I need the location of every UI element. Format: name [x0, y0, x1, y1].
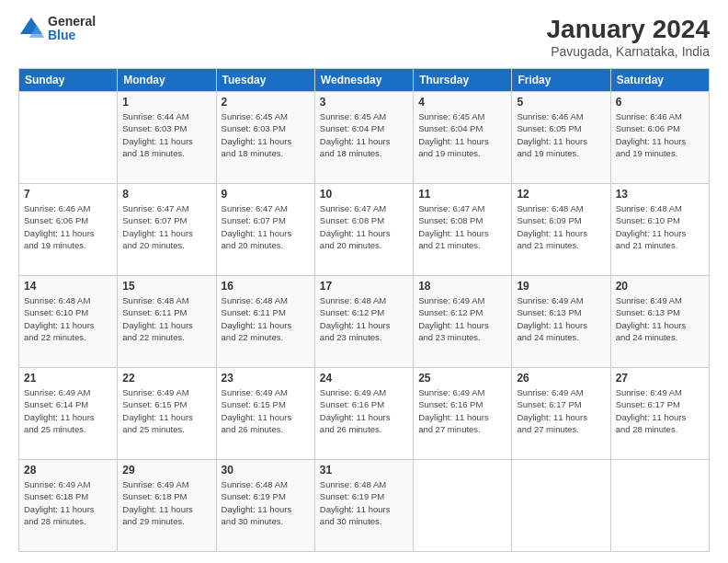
calendar-cell	[19, 92, 118, 184]
calendar-week-1: 7Sunrise: 6:46 AM Sunset: 6:06 PM Daylig…	[19, 184, 710, 276]
calendar-cell: 18Sunrise: 6:49 AM Sunset: 6:12 PM Dayli…	[414, 276, 512, 368]
day-number: 17	[320, 280, 408, 293]
day-info: Sunrise: 6:48 AM Sunset: 6:11 PM Dayligh…	[122, 294, 210, 343]
logo-text: General Blue	[48, 15, 96, 43]
calendar-cell: 10Sunrise: 6:47 AM Sunset: 6:08 PM Dayli…	[314, 184, 413, 276]
calendar-cell: 14Sunrise: 6:48 AM Sunset: 6:10 PM Dayli…	[19, 276, 118, 368]
day-number: 4	[418, 96, 506, 109]
day-info: Sunrise: 6:48 AM Sunset: 6:19 PM Dayligh…	[222, 478, 310, 527]
day-info: Sunrise: 6:45 AM Sunset: 6:04 PM Dayligh…	[320, 110, 408, 159]
day-info: Sunrise: 6:47 AM Sunset: 6:08 PM Dayligh…	[320, 202, 408, 251]
calendar-cell: 1Sunrise: 6:44 AM Sunset: 6:03 PM Daylig…	[118, 92, 216, 184]
day-number: 26	[517, 372, 605, 385]
day-header-saturday: Saturday	[610, 69, 709, 92]
day-header-thursday: Thursday	[414, 69, 512, 92]
day-number: 9	[222, 188, 310, 201]
calendar-cell: 20Sunrise: 6:49 AM Sunset: 6:13 PM Dayli…	[610, 276, 709, 368]
subtitle: Pavugada, Karnataka, India	[547, 44, 710, 59]
day-info: Sunrise: 6:46 AM Sunset: 6:06 PM Dayligh…	[24, 202, 112, 251]
calendar-cell: 11Sunrise: 6:47 AM Sunset: 6:08 PM Dayli…	[414, 184, 512, 276]
day-info: Sunrise: 6:48 AM Sunset: 6:11 PM Dayligh…	[222, 294, 310, 343]
day-number: 18	[418, 280, 506, 293]
calendar-cell: 28Sunrise: 6:49 AM Sunset: 6:18 PM Dayli…	[19, 460, 118, 552]
day-info: Sunrise: 6:48 AM Sunset: 6:19 PM Dayligh…	[320, 478, 408, 527]
day-header-sunday: Sunday	[19, 69, 118, 92]
calendar-table: SundayMondayTuesdayWednesdayThursdayFrid…	[18, 68, 710, 552]
calendar-cell: 29Sunrise: 6:49 AM Sunset: 6:18 PM Dayli…	[118, 460, 216, 552]
calendar-cell: 23Sunrise: 6:49 AM Sunset: 6:15 PM Dayli…	[216, 368, 314, 460]
logo-blue-label: Blue	[48, 29, 96, 42]
calendar-cell: 12Sunrise: 6:48 AM Sunset: 6:09 PM Dayli…	[512, 184, 610, 276]
day-number: 16	[222, 280, 310, 293]
day-info: Sunrise: 6:49 AM Sunset: 6:16 PM Dayligh…	[320, 386, 408, 435]
calendar-cell: 3Sunrise: 6:45 AM Sunset: 6:04 PM Daylig…	[314, 92, 413, 184]
day-header-monday: Monday	[118, 69, 216, 92]
day-info: Sunrise: 6:45 AM Sunset: 6:03 PM Dayligh…	[222, 110, 310, 159]
calendar-week-2: 14Sunrise: 6:48 AM Sunset: 6:10 PM Dayli…	[19, 276, 710, 368]
calendar-week-3: 21Sunrise: 6:49 AM Sunset: 6:14 PM Dayli…	[19, 368, 710, 460]
day-number: 8	[122, 188, 210, 201]
day-info: Sunrise: 6:49 AM Sunset: 6:13 PM Dayligh…	[517, 294, 605, 343]
day-info: Sunrise: 6:47 AM Sunset: 6:07 PM Dayligh…	[222, 202, 310, 251]
header-row: SundayMondayTuesdayWednesdayThursdayFrid…	[19, 69, 710, 92]
title-block: January 2024 Pavugada, Karnataka, India	[547, 15, 710, 59]
calendar-cell: 17Sunrise: 6:48 AM Sunset: 6:12 PM Dayli…	[314, 276, 413, 368]
calendar-cell: 2Sunrise: 6:45 AM Sunset: 6:03 PM Daylig…	[216, 92, 314, 184]
calendar-cell: 9Sunrise: 6:47 AM Sunset: 6:07 PM Daylig…	[216, 184, 314, 276]
logo-icon	[18, 16, 44, 41]
calendar-cell: 30Sunrise: 6:48 AM Sunset: 6:19 PM Dayli…	[216, 460, 314, 552]
calendar-cell: 31Sunrise: 6:48 AM Sunset: 6:19 PM Dayli…	[314, 460, 413, 552]
day-number: 2	[222, 96, 310, 109]
calendar-cell	[610, 460, 709, 552]
day-info: Sunrise: 6:49 AM Sunset: 6:15 PM Dayligh…	[122, 386, 210, 435]
calendar-cell: 15Sunrise: 6:48 AM Sunset: 6:11 PM Dayli…	[118, 276, 216, 368]
day-number: 19	[517, 280, 605, 293]
calendar-cell: 5Sunrise: 6:46 AM Sunset: 6:05 PM Daylig…	[512, 92, 610, 184]
calendar-week-0: 1Sunrise: 6:44 AM Sunset: 6:03 PM Daylig…	[19, 92, 710, 184]
day-info: Sunrise: 6:44 AM Sunset: 6:03 PM Dayligh…	[122, 110, 210, 159]
calendar-cell: 26Sunrise: 6:49 AM Sunset: 6:17 PM Dayli…	[512, 368, 610, 460]
calendar-cell: 6Sunrise: 6:46 AM Sunset: 6:06 PM Daylig…	[610, 92, 709, 184]
day-number: 25	[418, 372, 506, 385]
day-info: Sunrise: 6:49 AM Sunset: 6:17 PM Dayligh…	[517, 386, 605, 435]
calendar-cell: 4Sunrise: 6:45 AM Sunset: 6:04 PM Daylig…	[414, 92, 512, 184]
day-info: Sunrise: 6:48 AM Sunset: 6:10 PM Dayligh…	[24, 294, 112, 343]
calendar-cell: 19Sunrise: 6:49 AM Sunset: 6:13 PM Dayli…	[512, 276, 610, 368]
day-info: Sunrise: 6:45 AM Sunset: 6:04 PM Dayligh…	[418, 110, 506, 159]
header: General Blue January 2024 Pavugada, Karn…	[18, 15, 710, 59]
day-number: 30	[222, 464, 310, 477]
day-number: 20	[616, 280, 704, 293]
day-number: 10	[320, 188, 408, 201]
day-info: Sunrise: 6:47 AM Sunset: 6:08 PM Dayligh…	[418, 202, 506, 251]
day-number: 22	[122, 372, 210, 385]
day-info: Sunrise: 6:49 AM Sunset: 6:12 PM Dayligh…	[418, 294, 506, 343]
day-number: 23	[222, 372, 310, 385]
day-info: Sunrise: 6:47 AM Sunset: 6:07 PM Dayligh…	[122, 202, 210, 251]
day-info: Sunrise: 6:49 AM Sunset: 6:18 PM Dayligh…	[122, 478, 210, 527]
calendar-cell: 25Sunrise: 6:49 AM Sunset: 6:16 PM Dayli…	[414, 368, 512, 460]
day-number: 6	[616, 96, 704, 109]
logo-general-label: General	[48, 15, 96, 29]
day-number: 14	[24, 280, 112, 293]
calendar-week-4: 28Sunrise: 6:49 AM Sunset: 6:18 PM Dayli…	[19, 460, 710, 552]
day-number: 5	[517, 96, 605, 109]
calendar-cell	[512, 460, 610, 552]
calendar-cell: 22Sunrise: 6:49 AM Sunset: 6:15 PM Dayli…	[118, 368, 216, 460]
calendar-cell	[414, 460, 512, 552]
day-info: Sunrise: 6:48 AM Sunset: 6:12 PM Dayligh…	[320, 294, 408, 343]
day-number: 11	[418, 188, 506, 201]
day-number: 7	[24, 188, 112, 201]
day-info: Sunrise: 6:49 AM Sunset: 6:16 PM Dayligh…	[418, 386, 506, 435]
day-number: 15	[122, 280, 210, 293]
day-info: Sunrise: 6:46 AM Sunset: 6:05 PM Dayligh…	[517, 110, 605, 159]
logo: General Blue	[18, 15, 96, 43]
main-title: January 2024	[547, 15, 710, 44]
day-info: Sunrise: 6:49 AM Sunset: 6:13 PM Dayligh…	[616, 294, 704, 343]
day-number: 27	[616, 372, 704, 385]
day-number: 31	[320, 464, 408, 477]
calendar-cell: 27Sunrise: 6:49 AM Sunset: 6:17 PM Dayli…	[610, 368, 709, 460]
calendar-cell: 24Sunrise: 6:49 AM Sunset: 6:16 PM Dayli…	[314, 368, 413, 460]
day-number: 12	[517, 188, 605, 201]
day-info: Sunrise: 6:48 AM Sunset: 6:10 PM Dayligh…	[616, 202, 704, 251]
day-number: 28	[24, 464, 112, 477]
